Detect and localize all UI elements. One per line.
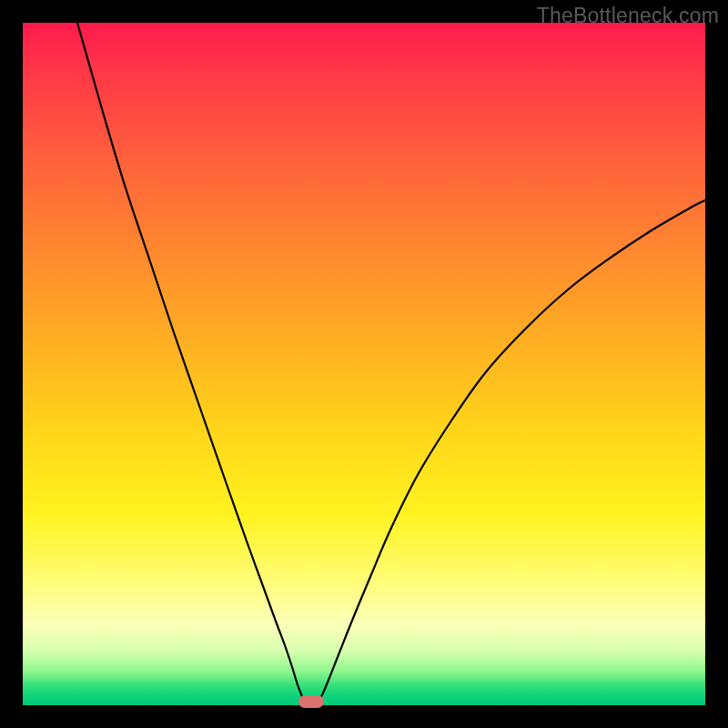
minimum-marker bbox=[298, 695, 324, 708]
curve-left-path bbox=[77, 23, 305, 702]
curve-right-path bbox=[318, 200, 705, 702]
chart-frame: TheBottleneck.com bbox=[0, 0, 728, 728]
bottleneck-curve bbox=[23, 23, 705, 705]
watermark-text: TheBottleneck.com bbox=[537, 4, 719, 28]
plot-area bbox=[23, 23, 705, 705]
